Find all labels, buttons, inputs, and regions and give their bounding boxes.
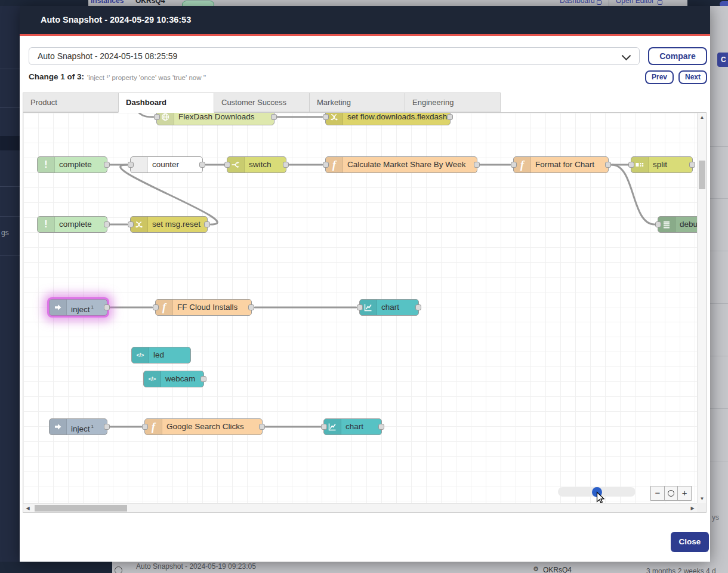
zoom-in-button[interactable]: + xyxy=(678,486,691,500)
input-port[interactable] xyxy=(628,162,634,168)
input-port[interactable] xyxy=(128,162,134,168)
input-port[interactable] xyxy=(655,221,661,227)
background-snapshot-name: Auto Snapshot - 2024-05-19 09:23:05 xyxy=(136,562,256,571)
prev-button[interactable]: Prev xyxy=(645,70,674,84)
zoom-reset-button[interactable] xyxy=(665,486,678,500)
input-port[interactable] xyxy=(321,424,327,430)
input-port[interactable] xyxy=(224,162,230,168)
template-icon: </> xyxy=(132,347,149,363)
sidebar-divider xyxy=(0,255,20,256)
horizontal-scrollbar-thumb[interactable] xyxy=(35,505,127,512)
scrollbar-corner xyxy=(697,503,706,512)
output-port[interactable] xyxy=(104,221,110,227)
scroll-up-arrow[interactable]: ▲ xyxy=(698,113,707,122)
wire-set-msg-reset-to-counter xyxy=(121,165,218,224)
node-chart-2[interactable]: chart xyxy=(323,418,382,435)
flow-canvas[interactable]: − + FlexDash Downloadsset flow.downloads… xyxy=(23,113,697,503)
background-footer: Auto Snapshot - 2024-05-19 09:23:05 ⚙ OK… xyxy=(0,562,728,573)
close-button[interactable]: Close xyxy=(671,532,709,552)
sidebar-divider xyxy=(0,69,20,69)
output-port[interactable] xyxy=(605,162,611,168)
node-flexdash-downloads[interactable]: FlexDash Downloads xyxy=(156,113,274,125)
mouse-cursor xyxy=(594,491,607,503)
scroll-down-arrow[interactable]: ▼ xyxy=(698,494,707,503)
gear-icon: ⚙ xyxy=(533,565,539,573)
output-port[interactable] xyxy=(283,162,289,168)
output-port[interactable] xyxy=(689,162,695,168)
input-port[interactable] xyxy=(323,162,329,168)
background-header-corner xyxy=(687,0,728,6)
vertical-scrollbar-thumb[interactable] xyxy=(699,161,705,189)
node-led[interactable]: </>led xyxy=(131,347,191,363)
output-port[interactable] xyxy=(259,424,265,430)
output-port[interactable] xyxy=(104,304,110,310)
table-row-divider xyxy=(710,461,728,461)
dialog-header: Auto Snapshot - 2024-05-29 10:36:53 xyxy=(20,6,710,36)
node-complete-1[interactable]: !complete xyxy=(37,156,107,173)
table-row-divider xyxy=(710,146,728,147)
background-sidebar: gs xyxy=(0,6,20,562)
horizontal-scrollbar[interactable]: ◀ ▶ xyxy=(23,503,697,512)
tab-dashboard[interactable]: Dashboard xyxy=(118,93,214,113)
exclamation-icon: ! xyxy=(38,157,55,172)
input-port[interactable] xyxy=(323,114,329,120)
output-port[interactable] xyxy=(474,162,480,168)
node-complete-2[interactable]: !complete xyxy=(37,216,107,233)
wire-offscreen-to-flexdash-downloads xyxy=(134,113,153,117)
input-port[interactable] xyxy=(153,304,159,310)
table-row-divider xyxy=(710,303,728,304)
input-port[interactable] xyxy=(511,162,517,168)
output-port[interactable] xyxy=(271,114,277,120)
background-topbar: Instances OKRsQ4 Dashboard Open Editor xyxy=(0,0,728,6)
tab-marketing[interactable]: Marketing xyxy=(309,93,405,112)
node-calculate-market-share[interactable]: fCalculate Market Share By Week xyxy=(325,156,477,173)
next-button[interactable]: Next xyxy=(678,70,707,84)
snapshot-select[interactable]: Auto Snapshot - 2024-05-15 08:25:59 xyxy=(29,47,640,65)
node-inject-1[interactable]: inject1 xyxy=(49,299,107,316)
node-debug[interactable]: debug xyxy=(658,216,697,233)
compare-button[interactable]: Compare xyxy=(648,47,707,65)
input-port[interactable] xyxy=(357,304,363,310)
tab-customer-success[interactable]: Customer Success xyxy=(214,93,310,112)
tab-product[interactable]: Product xyxy=(23,93,119,112)
output-port[interactable] xyxy=(415,304,421,310)
node-set-msg-reset[interactable]: set msg.reset xyxy=(130,216,208,233)
page: Instances OKRsQ4 Dashboard Open Editor g… xyxy=(0,0,728,573)
input-port[interactable] xyxy=(142,424,148,430)
tab-engineering[interactable]: Engineering xyxy=(405,93,501,112)
node-google-search-clicks[interactable]: fGoogle Search Clicks xyxy=(144,418,263,435)
external-link-icon xyxy=(597,0,601,5)
output-port[interactable] xyxy=(199,162,205,168)
output-port[interactable] xyxy=(204,221,210,227)
scroll-left-arrow[interactable]: ◀ xyxy=(23,504,32,513)
inject-icon xyxy=(50,300,67,315)
node-webcam[interactable]: </>webcam xyxy=(143,371,204,387)
flow-viewport: − + FlexDash Downloadsset flow.downloads… xyxy=(23,112,707,513)
sidebar-divider xyxy=(0,216,20,217)
node-counter[interactable]: counter xyxy=(130,156,203,173)
node-ff-cloud-installs[interactable]: fFF Cloud Installs xyxy=(155,299,252,316)
output-port[interactable] xyxy=(104,162,110,168)
background-nav-dark xyxy=(0,0,88,6)
node-chart-1[interactable]: chart xyxy=(359,299,419,316)
zoom-out-button[interactable]: − xyxy=(651,486,665,500)
sidebar-active-item xyxy=(0,136,20,150)
node-switch[interactable]: switch xyxy=(227,156,286,173)
output-port[interactable] xyxy=(200,376,206,382)
background-right-strip: C ys xyxy=(710,6,728,562)
chevron-down-icon xyxy=(622,51,631,61)
output-port[interactable] xyxy=(378,424,384,430)
node-format-for-chart[interactable]: fFormat for Chart xyxy=(513,156,609,173)
table-row-divider xyxy=(710,198,728,199)
wire-format-for-chart-to-debug xyxy=(612,165,655,224)
node-inject-2[interactable]: inject1 xyxy=(49,418,107,435)
node-set-flow-downloads-flexdash[interactable]: set flow.downloads.flexdash xyxy=(325,113,451,125)
vertical-scrollbar[interactable]: ▲ ▼ xyxy=(697,113,706,503)
output-port[interactable] xyxy=(447,114,453,120)
input-port[interactable] xyxy=(154,114,160,120)
output-port[interactable] xyxy=(104,424,110,430)
node-split[interactable]: split xyxy=(631,156,693,173)
output-port[interactable] xyxy=(248,304,254,310)
scroll-right-arrow[interactable]: ▶ xyxy=(688,504,697,513)
input-port[interactable] xyxy=(128,221,134,227)
